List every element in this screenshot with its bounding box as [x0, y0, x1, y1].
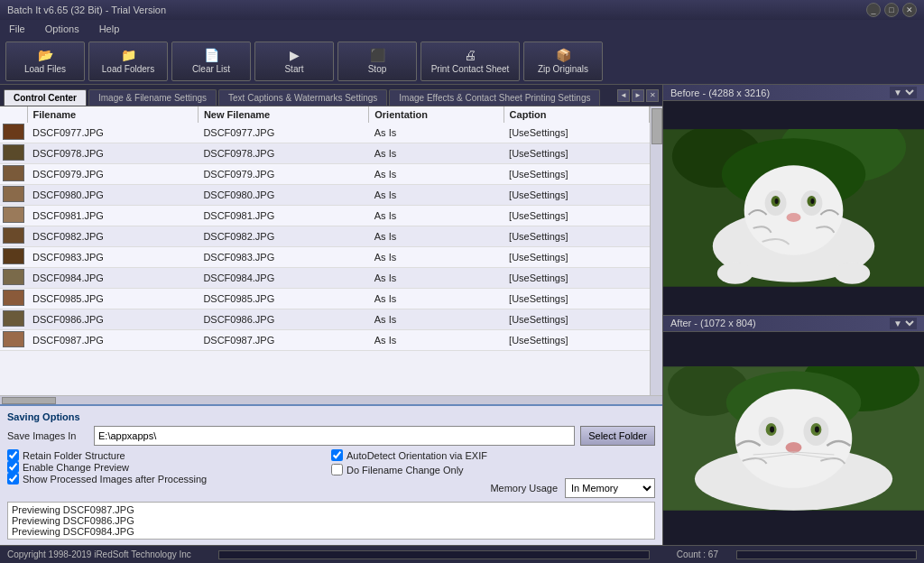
- memory-usage-select[interactable]: In Memory On Disk: [565, 478, 655, 498]
- filename-cell: DSCF0977.JPG: [27, 123, 198, 143]
- stop-button[interactable]: ⬛ Stop: [337, 42, 417, 81]
- print-contact-button[interactable]: 🖨 Print Contact Sheet: [420, 42, 520, 81]
- clear-list-label: Clear List: [192, 64, 230, 74]
- zip-label: Zip Originals: [538, 64, 588, 74]
- start-icon: ▶: [290, 48, 300, 62]
- new-filename-cell: DSCF0978.JPG: [198, 143, 368, 164]
- menu-options[interactable]: Options: [42, 22, 83, 36]
- filename-cell: DSCF0983.JPG: [27, 247, 198, 268]
- svg-point-27: [786, 442, 802, 453]
- window-controls: _ □ ✕: [866, 3, 917, 17]
- caption-cell: [UseSettings]: [504, 268, 649, 289]
- caption-cell: [UseSettings]: [504, 185, 649, 206]
- thumbnail: [3, 269, 24, 285]
- tab-captions[interactable]: Text Captions & Watermarks Settings: [218, 89, 387, 106]
- col-filename: Filename: [27, 106, 198, 123]
- table-row[interactable]: DSCF0979.JPG DSCF0979.JPG As Is [UseSett…: [0, 164, 650, 185]
- minimize-btn[interactable]: _: [866, 3, 881, 17]
- caption-cell: [UseSettings]: [504, 309, 649, 330]
- table-row[interactable]: DSCF0987.JPG DSCF0987.JPG As Is [UseSett…: [0, 330, 650, 351]
- new-filename-cell: DSCF0986.JPG: [198, 309, 368, 330]
- orientation-cell: As Is: [369, 309, 504, 330]
- table-row[interactable]: DSCF0984.JPG DSCF0984.JPG As Is [UseSett…: [0, 268, 650, 289]
- after-preview-image: [663, 332, 924, 546]
- file-table-container: Filename New Filename Orientation Captio…: [0, 106, 662, 395]
- log-area: Previewing DSCF0987.JPGPreviewing DSCF09…: [7, 502, 655, 540]
- start-label: Start: [284, 64, 303, 74]
- svg-point-25: [770, 426, 774, 432]
- load-files-label: Load Files: [24, 64, 66, 74]
- hscroll-bar[interactable]: [0, 395, 662, 404]
- select-folder-button[interactable]: Select Folder: [580, 426, 655, 446]
- filename-cell: DSCF0984.JPG: [27, 268, 198, 289]
- col-new-filename: New Filename: [198, 106, 368, 123]
- load-folders-button[interactable]: 📁 Load Folders: [88, 42, 168, 81]
- thumbnail: [3, 227, 24, 244]
- load-files-icon: 📂: [38, 48, 53, 62]
- caption-cell: [UseSettings]: [504, 143, 649, 164]
- file-table[interactable]: Filename New Filename Orientation Captio…: [0, 106, 650, 395]
- orientation-cell: As Is: [369, 185, 504, 206]
- tab-next-btn[interactable]: ►: [632, 89, 644, 102]
- thumb-cell: [0, 247, 27, 268]
- svg-point-10: [775, 198, 779, 204]
- orientation-cell: As Is: [369, 268, 504, 289]
- load-files-button[interactable]: 📂 Load Files: [5, 42, 85, 81]
- retain-folder-checkbox[interactable]: [7, 449, 19, 461]
- start-button[interactable]: ▶ Start: [254, 42, 334, 81]
- hscroll-thumb[interactable]: [2, 397, 56, 404]
- close-btn[interactable]: ✕: [902, 3, 917, 17]
- filename-change-label: Do Filename Change Only: [346, 465, 464, 475]
- show-processed-checkbox[interactable]: [7, 473, 19, 485]
- save-path-input[interactable]: [94, 426, 575, 446]
- menu-file[interactable]: File: [5, 22, 29, 36]
- filename-change-checkbox[interactable]: [331, 464, 343, 475]
- new-filename-cell: DSCF0984.JPG: [198, 268, 368, 289]
- orientation-cell: As Is: [369, 164, 504, 185]
- table-row[interactable]: DSCF0977.JPG DSCF0977.JPG As Is [UseSett…: [0, 123, 650, 143]
- memory-usage-row: Memory Usage In Memory On Disk: [331, 478, 655, 498]
- tab-effects[interactable]: Image Effects & Contact Sheet Printing S…: [389, 89, 600, 106]
- app-title: Batch It v6.65 (32 Bit) - Trial Version: [7, 5, 166, 15]
- table-row[interactable]: DSCF0981.JPG DSCF0981.JPG As Is [UseSett…: [0, 206, 650, 226]
- stop-label: Stop: [368, 64, 387, 74]
- table-row[interactable]: DSCF0986.JPG DSCF0986.JPG As Is [UseSett…: [0, 309, 650, 330]
- menu-help[interactable]: Help: [96, 22, 124, 36]
- before-preview-dropdown[interactable]: ▼: [890, 87, 917, 98]
- after-preview-title: After - (1072 x 804): [670, 318, 756, 328]
- svg-point-20: [735, 389, 853, 488]
- thumb-cell: [0, 143, 27, 164]
- filename-cell: DSCF0980.JPG: [27, 185, 198, 206]
- menu-bar: File Options Help: [0, 20, 924, 38]
- main-area: Control Center Image & Filename Settings…: [0, 85, 924, 545]
- zip-originals-button[interactable]: 📦 Zip Originals: [523, 42, 603, 81]
- enable-preview-checkbox[interactable]: [7, 461, 19, 473]
- table-row[interactable]: DSCF0982.JPG DSCF0982.JPG As Is [UseSett…: [0, 226, 650, 247]
- caption-cell: [UseSettings]: [504, 164, 649, 185]
- new-filename-cell: DSCF0977.JPG: [198, 123, 368, 143]
- tab-close-btn[interactable]: ✕: [646, 89, 659, 102]
- tab-image-filename[interactable]: Image & Filename Settings: [88, 89, 217, 106]
- filename-cell: DSCF0985.JPG: [27, 289, 198, 309]
- new-filename-cell: DSCF0980.JPG: [198, 185, 368, 206]
- scrollbar-thumb[interactable]: [651, 108, 662, 144]
- table-row[interactable]: DSCF0985.JPG DSCF0985.JPG As Is [UseSett…: [0, 289, 650, 309]
- after-preview-dropdown[interactable]: ▼: [890, 318, 917, 329]
- file-table-scrollbar[interactable]: [650, 106, 662, 395]
- table-row[interactable]: DSCF0978.JPG DSCF0978.JPG As Is [UseSett…: [0, 143, 650, 164]
- after-tiger-svg: [663, 366, 924, 511]
- table-row[interactable]: DSCF0983.JPG DSCF0983.JPG As Is [UseSett…: [0, 247, 650, 268]
- clear-list-button[interactable]: 📄 Clear List: [171, 42, 251, 81]
- tab-prev-btn[interactable]: ◄: [617, 89, 630, 102]
- maximize-btn[interactable]: □: [884, 3, 899, 17]
- tab-control-center[interactable]: Control Center: [4, 89, 87, 106]
- stop-icon: ⬛: [370, 48, 385, 62]
- svg-point-13: [717, 263, 753, 284]
- thumbnail: [3, 310, 24, 327]
- caption-cell: [UseSettings]: [504, 123, 649, 143]
- autodetect-checkbox[interactable]: [331, 449, 343, 461]
- thumb-cell: [0, 289, 27, 309]
- checkbox-autodetect: AutoDetect Orientation via EXIF: [331, 449, 655, 461]
- caption-cell: [UseSettings]: [504, 330, 649, 351]
- table-row[interactable]: DSCF0980.JPG DSCF0980.JPG As Is [UseSett…: [0, 185, 650, 206]
